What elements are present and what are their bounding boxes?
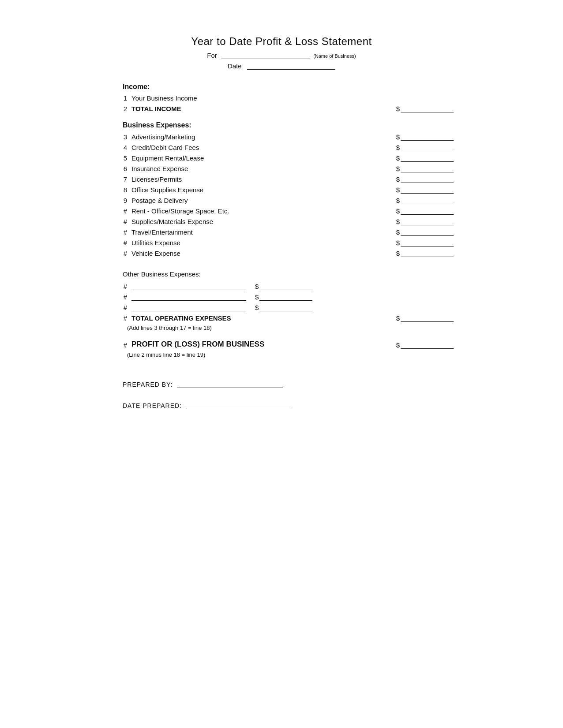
- line-8-num: 8: [114, 186, 127, 194]
- line-1-desc: Your Business Income: [131, 94, 383, 102]
- other-line-2-row: # $: [109, 293, 454, 301]
- other-line-3-field[interactable]: [259, 303, 312, 311]
- other-line-1-row: # $: [109, 282, 454, 290]
- line-4-dollar: $: [396, 143, 454, 151]
- line-travel-num: #: [114, 228, 127, 236]
- profit-loss-row: # PROFIT OR (LOSS) FROM BUSINESS $: [109, 340, 454, 349]
- line-vehicle-field[interactable]: [401, 249, 454, 257]
- other-line-2-desc[interactable]: [131, 293, 246, 301]
- line-supplies-dollar: $: [396, 217, 454, 225]
- name-of-business-label: (Name of Business): [313, 53, 356, 59]
- line-7-num: 7: [114, 175, 127, 183]
- line-7-field[interactable]: [401, 175, 454, 183]
- line-1-row: 1 Your Business Income: [109, 94, 454, 102]
- line-travel-row: # Travel/Entertainment $: [109, 228, 454, 236]
- line-6-num: 6: [114, 165, 127, 172]
- total-income-field[interactable]: [401, 105, 454, 112]
- for-line: For (Name of Business): [109, 51, 454, 59]
- business-expenses-section: Business Expenses: 3 Advertising/Marketi…: [109, 121, 454, 257]
- total-operating-desc: TOTAL OPERATING EXPENSES: [131, 314, 293, 322]
- other-line-2-field[interactable]: [259, 293, 312, 301]
- line-9-num: 9: [114, 197, 127, 204]
- profit-loss-field[interactable]: [401, 341, 454, 349]
- line-4-field[interactable]: [401, 143, 454, 151]
- line-vehicle-num: #: [114, 250, 127, 257]
- dollar-sign-profit: $: [396, 341, 400, 349]
- profit-loss-note: (Line 2 minus line 18 = line 19): [127, 351, 454, 358]
- other-line-3-desc[interactable]: [131, 303, 246, 311]
- other-expenses-label: Other Business Expenses:: [123, 270, 454, 278]
- other-line-3-num: #: [114, 304, 127, 311]
- line-rent-field[interactable]: [401, 207, 454, 215]
- line-utilities-field[interactable]: [401, 239, 454, 246]
- line-7-row: 7 Licenses/Permits $: [109, 175, 454, 183]
- profit-loss-num: #: [114, 341, 127, 349]
- other-line-3-row: # $: [109, 303, 454, 311]
- line-6-dollar: $: [396, 164, 454, 172]
- line-supplies-desc: Supplies/Materials Expense: [131, 218, 387, 225]
- line-6-field[interactable]: [401, 164, 454, 172]
- income-section: Income: 1 Your Business Income 2 TOTAL I…: [109, 83, 454, 112]
- line-6-desc: Insurance Expense: [131, 165, 387, 172]
- line-rent-desc: Rent - Office/Storage Space, Etc.: [131, 207, 387, 215]
- total-operating-num: #: [114, 314, 127, 322]
- line-5-desc: Equipment Rental/Lease: [131, 154, 387, 162]
- line-travel-field[interactable]: [401, 228, 454, 236]
- line-supplies-field[interactable]: [401, 217, 454, 225]
- other-line-1-desc[interactable]: [131, 282, 246, 290]
- line-3-row: 3 Advertising/Marketing $: [109, 133, 454, 141]
- business-expenses-label: Business Expenses:: [123, 121, 454, 129]
- dollar-sign-utilities: $: [396, 239, 400, 246]
- line-7-desc: Licenses/Permits: [131, 175, 387, 183]
- line-9-field[interactable]: [401, 196, 454, 204]
- date-prepared-row: DATE PREPARED:: [123, 401, 454, 409]
- other-line-3-dollar: $: [255, 303, 312, 311]
- line-3-num: 3: [114, 133, 127, 141]
- other-line-1-field[interactable]: [259, 282, 312, 290]
- line-5-row: 5 Equipment Rental/Lease $: [109, 154, 454, 162]
- line-9-desc: Postage & Delivery: [131, 197, 387, 204]
- dollar-sign-4: $: [396, 144, 400, 151]
- total-operating-note: (Add lines 3 through 17 = line 18): [127, 325, 454, 331]
- line-8-desc: Office Supplies Expense: [131, 186, 387, 194]
- for-label: For: [207, 52, 217, 59]
- line-supplies-row: # Supplies/Materials Expense $: [109, 217, 454, 225]
- line-3-dollar: $: [396, 133, 454, 141]
- line-3-desc: Advertising/Marketing: [131, 133, 387, 141]
- dollar-sign-2: $: [396, 105, 400, 112]
- line-5-num: 5: [114, 154, 127, 162]
- line-vehicle-row: # Vehicle Expense $: [109, 249, 454, 257]
- line-rent-num: #: [114, 207, 127, 215]
- line-5-field[interactable]: [401, 154, 454, 162]
- line-2-num: 2: [114, 105, 127, 112]
- line-rent-row: # Rent - Office/Storage Space, Etc. $: [109, 207, 454, 215]
- line-6-row: 6 Insurance Expense $: [109, 164, 454, 172]
- profit-loss-section: # PROFIT OR (LOSS) FROM BUSINESS $ (Line…: [109, 340, 454, 358]
- other-line-1-dollar: $: [255, 282, 312, 290]
- total-operating-field[interactable]: [401, 314, 454, 322]
- line-3-field[interactable]: [401, 133, 454, 141]
- total-operating-row: # TOTAL OPERATING EXPENSES $: [109, 314, 454, 322]
- date-field[interactable]: [247, 62, 335, 70]
- line-vehicle-desc: Vehicle Expense: [131, 250, 387, 257]
- date-label: Date: [228, 62, 242, 70]
- dollar-sign-supplies: $: [396, 218, 400, 225]
- line-2-row: 2 TOTAL INCOME $: [109, 105, 454, 112]
- dollar-sign-total-op: $: [396, 314, 400, 322]
- date-prepared-field[interactable]: [186, 401, 292, 409]
- dollar-sign-5: $: [396, 154, 400, 162]
- dollar-sign-8: $: [396, 186, 400, 194]
- dollar-sign-vehicle: $: [396, 250, 400, 257]
- dollar-sign-other-3: $: [255, 304, 259, 311]
- line-4-row: 4 Credit/Debit Card Fees $: [109, 143, 454, 151]
- prepared-by-field[interactable]: [177, 380, 283, 388]
- line-8-field[interactable]: [401, 186, 454, 194]
- page: Year to Date Profit & Loss Statement For…: [109, 35, 454, 693]
- total-operating-dollar: $: [293, 314, 454, 322]
- dollar-sign-3: $: [396, 133, 400, 141]
- prepared-section: PREPARED BY: DATE PREPARED:: [123, 380, 454, 409]
- business-name-field[interactable]: [221, 51, 310, 59]
- line-travel-desc: Travel/Entertainment: [131, 228, 387, 236]
- line-utilities-dollar: $: [396, 239, 454, 246]
- dollar-sign-6: $: [396, 165, 400, 172]
